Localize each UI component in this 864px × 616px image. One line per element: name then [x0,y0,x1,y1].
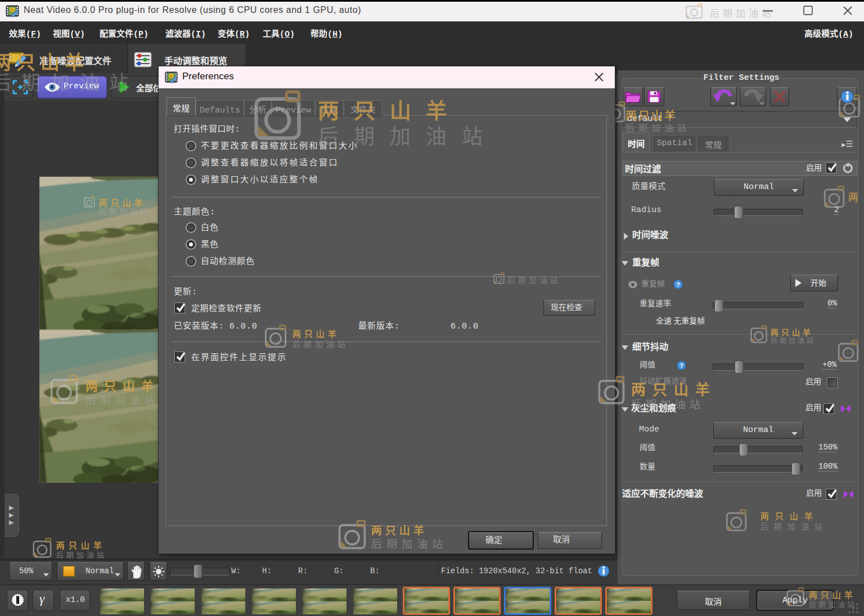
svg-text:?: ? [676,281,680,288]
svg-text:?: ? [680,362,683,369]
